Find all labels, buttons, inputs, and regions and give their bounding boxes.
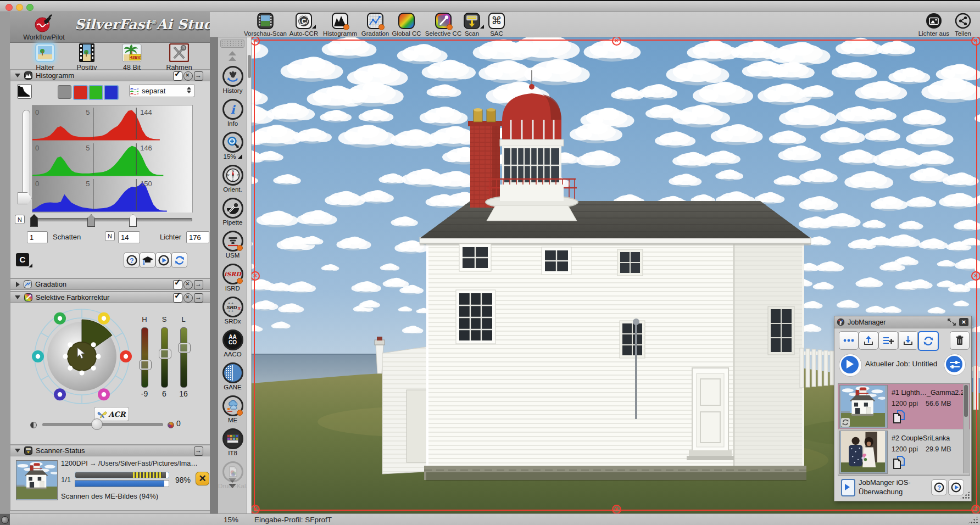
panel-export-button[interactable] (194, 293, 203, 303)
mode-rahmen-button[interactable]: Rahmen (158, 43, 200, 71)
tool-srdx-button[interactable]: + ++ + SRD x SRDx (218, 297, 247, 325)
selection-handle-tr[interactable]: ✕ (971, 37, 980, 46)
selection-handle-tl[interactable]: ✕ (252, 37, 260, 46)
scroll-up-icon[interactable] (229, 51, 236, 55)
jobmanager-titlebar[interactable]: JobManager ✕ (834, 316, 971, 328)
midtone-slider-handle[interactable] (87, 214, 95, 227)
tutorial-button[interactable] (140, 252, 155, 268)
panel-export-button[interactable] (194, 71, 203, 81)
job-settings-button[interactable] (944, 354, 966, 376)
n-toggle-left[interactable]: N (15, 215, 25, 224)
hue-slider-handle[interactable] (140, 360, 151, 370)
tool-it8-button[interactable]: IT8 (218, 428, 247, 456)
selective-panel-header[interactable]: Selektive Farbkorrektur (10, 292, 210, 303)
shadow-slider-handle[interactable] (30, 214, 38, 227)
tool-isrd-button[interactable]: iSRD iSRD (218, 264, 247, 292)
minimize-window-button[interactable] (16, 4, 23, 11)
histogram-gamma-slider-track[interactable] (23, 110, 30, 198)
jm-more-button[interactable] (839, 331, 859, 350)
play-demo-button[interactable] (155, 252, 171, 268)
panel-enabled-checkbox[interactable] (173, 280, 182, 289)
colorspace-c-button[interactable]: C (16, 253, 29, 266)
mode-48bit-button[interactable]: 48Bit 48 Bit (111, 43, 153, 71)
job-row-2[interactable]: #2 CoupleSriLanka 1200 ppi29.9 MB (838, 429, 970, 475)
selection-handle-ml[interactable]: ✕ (252, 271, 260, 281)
collapse-triangle-icon[interactable] (15, 449, 20, 453)
selection-handle-tc[interactable]: ✕ (612, 37, 621, 46)
collapse-triangle-icon[interactable] (15, 295, 20, 299)
shadow-value-input[interactable] (27, 231, 48, 243)
selection-handle-mr[interactable]: ✕ (971, 271, 980, 281)
window-resize-grip[interactable] (967, 516, 978, 524)
tool-aaco-button[interactable]: AACO AACO (218, 329, 247, 358)
tool-history-button[interactable]: History (218, 66, 247, 94)
highlight-slider-handle[interactable] (129, 214, 137, 227)
jm-upload-button[interactable] (859, 331, 878, 350)
panel-enabled-checkbox[interactable] (173, 71, 182, 81)
close-window-button[interactable] (5, 4, 13, 11)
jobmanager-close-button[interactable]: ✕ (959, 318, 968, 326)
channel-green-button[interactable] (88, 85, 103, 100)
tool-pipette-button[interactable]: Pipette (218, 198, 247, 226)
luminance-slider[interactable] (180, 327, 187, 388)
toolbar-scrollbar[interactable] (247, 37, 252, 513)
tool-info-button[interactable]: i Info (218, 99, 247, 127)
histogram-mode-dropdown[interactable]: separat (129, 84, 195, 97)
toolbar-scrollbar-thumb[interactable] (248, 55, 251, 78)
job-row-1[interactable]: #1 Lighth…_Gamma2.2 1200 ppi56.6 MB (838, 384, 970, 429)
toolbar-teilen-button[interactable]: Teilen (937, 13, 980, 37)
jm-add-job-button[interactable] (878, 331, 898, 350)
levels-slider-track[interactable] (32, 218, 192, 221)
histogram-type-button[interactable] (17, 84, 32, 99)
panel-reset-button[interactable] (183, 71, 193, 81)
workflowpilot-logo-icon[interactable] (34, 14, 53, 33)
ios-start-button[interactable] (948, 479, 964, 495)
gradation-panel-header[interactable]: Gradation (10, 279, 210, 290)
panel-export-button[interactable] (194, 280, 203, 289)
panel-reset-button[interactable] (183, 293, 193, 303)
selection-handle-br[interactable]: ✕ (971, 505, 980, 513)
midtone-value-input[interactable] (118, 231, 140, 243)
zoom-window-button[interactable] (26, 4, 34, 11)
luminance-slider-handle[interactable] (179, 343, 190, 353)
jobmanager-expand-icon[interactable] (948, 319, 956, 326)
jm-delete-button[interactable] (950, 331, 970, 350)
global-saturation-handle[interactable] (91, 418, 103, 430)
hue-slider[interactable] (141, 327, 148, 388)
selection-handle-bl[interactable]: ✕ (252, 505, 260, 513)
panel-reset-button[interactable] (183, 280, 193, 289)
refresh-button[interactable] (171, 252, 187, 268)
collapse-triangle-icon[interactable] (15, 74, 20, 77)
jm-download-button[interactable] (898, 331, 918, 350)
tool-zoom-button[interactable]: 15% (218, 132, 247, 160)
tool-orientation-button[interactable]: N O S W Orient. (218, 165, 247, 193)
panel-export-button[interactable] (194, 446, 203, 456)
saturation-slider-handle[interactable] (159, 349, 171, 359)
n-toggle-mid[interactable]: N (105, 231, 115, 241)
toolbar-sac-button[interactable]: ⌘ SAC (470, 13, 523, 37)
expand-triangle-icon[interactable] (16, 282, 20, 287)
mode-halter-button[interactable]: Halter (24, 43, 66, 71)
selection-handle-bc[interactable]: ✕ (612, 505, 621, 513)
cancel-scan-button[interactable]: ✕ (196, 472, 209, 485)
scanner-status-header[interactable]: Scanner-Status (10, 445, 210, 456)
job-list-scrollbar[interactable] (963, 384, 969, 473)
tool-usm-button[interactable]: USM (218, 231, 247, 259)
mode-positiv-button[interactable]: Positiv (66, 43, 108, 71)
channel-red-button[interactable] (73, 85, 88, 100)
start-job-button[interactable] (839, 354, 862, 377)
highlight-value-input[interactable] (186, 231, 209, 243)
panel-enabled-checkbox[interactable] (173, 293, 182, 303)
global-saturation-slider[interactable] (42, 423, 163, 426)
histogram-panel-header[interactable]: Histogramm (10, 70, 210, 81)
channel-gray-button[interactable] (58, 85, 71, 99)
workflowpilot-label[interactable]: WorkflowPilot (12, 33, 76, 41)
window-titlebar[interactable] (0, 1, 980, 12)
tool-gane-button[interactable]: GANE (218, 362, 247, 390)
toolbar-grip-handle[interactable] (220, 40, 244, 48)
help-button[interactable]: ? (124, 252, 140, 268)
tool-me-button[interactable]: ME (218, 395, 247, 423)
channel-blue-button[interactable] (104, 85, 119, 100)
scroll-up-icon[interactable] (229, 57, 236, 61)
ios-help-button[interactable]: ? (931, 479, 947, 495)
